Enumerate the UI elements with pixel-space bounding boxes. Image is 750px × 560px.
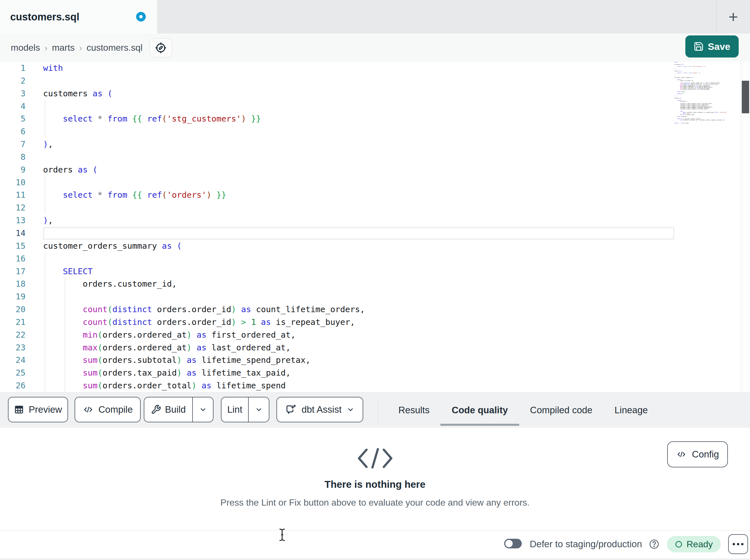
code-quality-panel: There is nothing here Press the Lint or … [0,428,750,530]
defer-toggle[interactable] [504,539,522,548]
more-options-button[interactable] [728,534,748,554]
compile-label: Compile [98,404,133,415]
indent-guide [65,379,65,392]
save-button[interactable]: Save [685,36,739,58]
editor-line[interactable]: 17 SELECT [0,265,674,278]
line-number: 26 [0,379,43,392]
help-icon[interactable] [649,539,659,549]
code-lines[interactable]: 1with23customers as (45 select * from {{… [0,62,674,392]
editor-line[interactable]: 4 [0,100,674,113]
empty-state-subtitle: Press the Lint or Fix button above to ev… [0,497,750,508]
preview-label: Preview [28,404,62,415]
dbt-assist-button[interactable]: dbt Assist [276,397,363,422]
ellipsis-icon [733,543,735,545]
line-number: 24 [0,354,43,367]
build-label: Build [165,404,186,415]
line-number: 14 [0,227,43,240]
editor-line[interactable]: 21 count(distinct orders.order_id) > 1 a… [0,316,674,329]
defer-label: Defer to staging/production [530,531,642,558]
line-number: 15 [0,240,43,252]
editor-line[interactable]: 13), [0,214,674,227]
editor-line[interactable]: 24 sum(orders.subtotal) as lifetime_spen… [0,354,674,367]
locate-in-file-tree-button[interactable] [150,38,172,58]
editor-line[interactable]: 19 [0,290,674,303]
dbt-ide-window: + customers.sql models › marts › custome… [0,0,750,560]
tab-results[interactable]: Results [398,405,430,416]
lint-main-segment[interactable]: Lint [221,397,249,422]
indent-guide [45,201,45,214]
editor-line[interactable]: 18 orders.customer_id, [0,277,674,290]
preview-button[interactable]: Preview [8,397,68,422]
indent-guide [45,303,45,316]
editor-line[interactable]: 10 [0,176,674,189]
indent-guide [65,354,65,367]
code-editor[interactable]: 1with23customers as (45 select * from {{… [0,62,750,392]
tab-compiled-code[interactable]: Compiled code [530,405,592,416]
chevron-down-icon [255,405,263,414]
indent-guide [45,100,45,113]
lint-button[interactable]: Lint [221,397,269,422]
build-main-segment[interactable]: Build [144,397,193,422]
editor-line[interactable]: 15customer_orders_summary as ( [0,240,674,252]
editor-line[interactable]: 8 [0,151,674,163]
editor-line[interactable]: 6 [0,125,674,138]
indent-guide [45,354,45,367]
line-number: 22 [0,329,43,341]
editor-line[interactable]: 11 select * from {{ ref('orders') }} [0,189,674,201]
breadcrumb-customers-sql[interactable]: customers.sql [86,42,142,53]
table-icon [14,405,24,415]
breadcrumb-models[interactable]: models [11,42,40,53]
compass-icon [154,41,167,55]
tab-code-quality[interactable]: Code quality [452,405,508,416]
editor-line[interactable]: 3customers as ( [0,87,674,100]
line-number: 3 [0,87,43,100]
config-label: Config [692,449,719,460]
indent-guide [45,125,45,138]
line-number: 23 [0,341,43,354]
breadcrumb-marts[interactable]: marts [52,42,75,53]
editor-line[interactable]: 7), [0,138,674,151]
window-bottom-edge [0,559,750,560]
line-number: 1 [0,62,43,75]
line-number: 20 [0,303,43,316]
indent-guide [45,189,45,201]
build-dropdown-button[interactable] [193,397,213,422]
compile-button[interactable]: Compile [75,397,141,422]
editor-line[interactable]: 20 count(distinct orders.order_id) as co… [0,303,674,316]
editor-line[interactable]: 25 sum(orders.tax_paid) as lifetime_tax_… [0,367,674,379]
editor-line[interactable]: 26 sum(orders.order_total) as lifetime_s… [0,379,674,392]
build-button[interactable]: Build [144,397,214,422]
scrollbar-thumb[interactable] [742,81,749,113]
status-bar: Defer to staging/production Ready [0,530,750,559]
tab-lineage[interactable]: Lineage [614,405,648,416]
editor-line[interactable]: 12 [0,201,674,214]
editor-line[interactable]: 5 select * from {{ ref('stg_customers') … [0,112,674,125]
line-number: 4 [0,100,43,113]
editor-line[interactable]: 1with [0,62,674,75]
lint-dropdown-button[interactable] [249,397,269,422]
editor-line[interactable]: 16 [0,252,674,265]
toolbar-divider [378,397,378,422]
indent-guide [45,252,45,265]
status-badge[interactable]: Ready [667,536,721,552]
line-number: 2 [0,75,43,87]
editor-line[interactable]: 22 min(orders.ordered_at) as first_order… [0,329,674,341]
line-number: 7 [0,138,43,151]
new-tab-button[interactable]: + [716,0,750,33]
indent-guide [65,277,65,290]
line-number: 17 [0,265,43,278]
line-number: 21 [0,316,43,329]
line-number: 13 [0,214,43,227]
editor-scrollbar[interactable] [741,62,750,392]
editor-line[interactable]: 23 max(orders.ordered_at) as last_ordere… [0,341,674,354]
tab-customers-sql[interactable]: customers.sql [0,0,157,34]
editor-line[interactable]: 2 [0,75,674,87]
wrench-icon [151,405,161,415]
breadcrumb: models › marts › customers.sql [0,34,750,62]
minimap[interactable]: withcustomers as ( select * from {{ ref(… [674,62,739,195]
editor-line[interactable]: 14 [0,227,674,240]
line-number: 6 [0,125,43,138]
editor-line[interactable]: 9orders as ( [0,163,674,176]
dbt-assist-label: dbt Assist [301,404,341,415]
config-button[interactable]: Config [667,441,728,468]
